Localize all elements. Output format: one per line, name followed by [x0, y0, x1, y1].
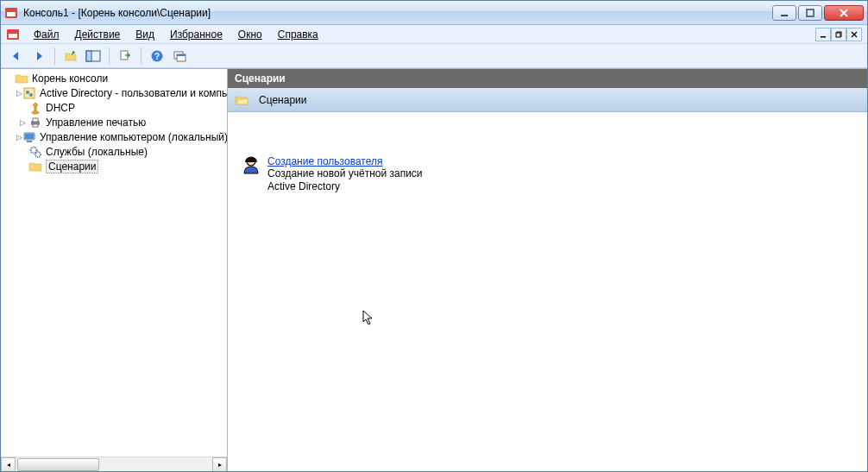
- toolbar-separator: [54, 47, 55, 65]
- menu-favorites[interactable]: Избранное: [163, 27, 230, 42]
- up-button[interactable]: [60, 46, 81, 66]
- scroll-track[interactable]: [16, 457, 212, 472]
- gears-icon: [28, 145, 42, 159]
- main-subheader[interactable]: Сценарии: [228, 88, 867, 112]
- toolbar: ?: [1, 44, 867, 68]
- tree-node-label: Службы (локальные): [46, 146, 148, 158]
- expand-icon[interactable]: ▷: [16, 118, 28, 127]
- tree-item-print[interactable]: ▷ Управление печатью: [1, 115, 227, 129]
- tree-panel: Корень консоли ▷ Active Directory - поль…: [1, 69, 228, 471]
- svg-rect-12: [86, 51, 91, 61]
- tree-item-dhcp[interactable]: DHCP: [1, 100, 227, 115]
- svg-point-32: [248, 160, 250, 162]
- mdi-controls: [815, 28, 862, 41]
- horizontal-scrollbar[interactable]: ◂ ▸: [1, 456, 227, 471]
- expand-icon[interactable]: ▷: [16, 89, 22, 98]
- folder-open-icon: [235, 93, 248, 107]
- action-text: Создание пользователя Создание новой учё…: [267, 155, 423, 193]
- mdi-minimize-button[interactable]: [815, 28, 831, 41]
- content-area: Корень консоли ▷ Active Directory - поль…: [1, 68, 867, 471]
- svg-rect-25: [33, 124, 38, 127]
- tree-root[interactable]: Корень консоли: [1, 71, 227, 85]
- tree-node-label: Active Directory - пользователи и компью…: [40, 87, 227, 99]
- svg-rect-4: [807, 9, 814, 16]
- ad-icon: [22, 86, 36, 100]
- printer-icon: [28, 116, 42, 129]
- scroll-thumb[interactable]: [17, 458, 99, 471]
- svg-point-33: [253, 160, 255, 162]
- action-link-create-user[interactable]: Создание пользователя: [267, 155, 423, 167]
- svg-rect-7: [9, 31, 17, 34]
- action-desc-line2: Active Directory: [267, 180, 423, 193]
- svg-rect-8: [821, 36, 826, 38]
- window-controls: [772, 5, 864, 21]
- mdi-app-icon: [6, 28, 20, 41]
- new-window-button[interactable]: [169, 46, 190, 66]
- folder-icon: [15, 72, 28, 85]
- maximize-button[interactable]: [798, 5, 822, 21]
- menu-view[interactable]: Вид: [129, 27, 161, 42]
- mdi-restore-button[interactable]: [831, 28, 846, 41]
- mdi-close-button[interactable]: [846, 28, 862, 41]
- titlebar[interactable]: Консоль1 - [Корень консоли\Сценарии]: [1, 1, 867, 25]
- show-hide-tree-button[interactable]: [83, 46, 104, 66]
- folder-icon: [28, 160, 42, 173]
- svg-point-21: [29, 93, 33, 97]
- scroll-right-button[interactable]: ▸: [212, 457, 227, 472]
- expand-icon[interactable]: ▷: [16, 133, 22, 142]
- tree-node-label: Сценарии: [46, 160, 98, 173]
- tree-node-label: Управление компьютером (локальный): [40, 131, 227, 143]
- close-button[interactable]: [824, 5, 864, 21]
- svg-point-20: [26, 91, 29, 94]
- svg-rect-28: [27, 141, 32, 142]
- toolbar-separator: [109, 47, 110, 65]
- svg-rect-2: [7, 9, 16, 12]
- tree-item-services[interactable]: Службы (локальные): [1, 144, 227, 159]
- export-button[interactable]: [115, 46, 135, 66]
- svg-rect-24: [33, 118, 38, 122]
- main-panel: Сценарии Сценарии: [228, 69, 867, 471]
- main-header-title: Сценарии: [235, 72, 286, 85]
- back-button[interactable]: [6, 46, 27, 66]
- main-subheader-title: Сценарии: [259, 94, 306, 106]
- tree-item-ad[interactable]: ▷ Active Directory - пользователи и комп…: [1, 85, 227, 100]
- tree-node-label: DHCP: [46, 102, 75, 114]
- action-desc-line1: Создание новой учётной записи: [267, 167, 423, 180]
- scroll-left-button[interactable]: ◂: [1, 457, 16, 472]
- cursor-icon: [362, 310, 374, 325]
- computer-icon: [22, 130, 36, 144]
- toolbar-separator: [141, 47, 142, 65]
- svg-rect-3: [781, 15, 788, 16]
- main-content: Создание пользователя Создание новой учё…: [228, 112, 867, 471]
- menubar: Файл Действие Вид Избранное Окно Справка: [1, 25, 867, 44]
- forward-button[interactable]: [28, 46, 49, 66]
- menu-help[interactable]: Справка: [271, 27, 325, 42]
- help-button[interactable]: ?: [147, 46, 167, 66]
- menu-file[interactable]: Файл: [27, 27, 66, 42]
- tree-item-scenarios[interactable]: Сценарии: [1, 159, 227, 173]
- svg-point-22: [32, 111, 39, 114]
- svg-rect-18: [177, 54, 186, 56]
- menu-action[interactable]: Действие: [68, 27, 128, 42]
- minimize-button[interactable]: [772, 5, 796, 21]
- svg-rect-19: [24, 88, 35, 98]
- menu-window[interactable]: Окно: [231, 27, 269, 42]
- tree-body[interactable]: Корень консоли ▷ Active Directory - поль…: [1, 69, 227, 456]
- app-window: Консоль1 - [Корень консоли\Сценарии] Фай…: [0, 0, 868, 472]
- tree-node-label: Корень консоли: [32, 72, 108, 85]
- window-title: Консоль1 - [Корень консоли\Сценарии]: [23, 7, 772, 19]
- svg-text:?: ?: [154, 52, 160, 61]
- dhcp-icon: [28, 101, 42, 115]
- svg-point-30: [35, 152, 41, 157]
- tree-node-label: Управление печатью: [46, 116, 146, 129]
- app-icon: [4, 6, 18, 20]
- svg-rect-10: [836, 33, 840, 37]
- main-header: Сценарии: [228, 69, 867, 88]
- svg-rect-27: [25, 134, 34, 139]
- user-icon: [242, 155, 261, 174]
- tree-item-compmgmt[interactable]: ▷ Управление компьютером (локальный): [1, 129, 227, 144]
- action-item-create-user: Создание пользователя Создание новой учё…: [242, 155, 853, 193]
